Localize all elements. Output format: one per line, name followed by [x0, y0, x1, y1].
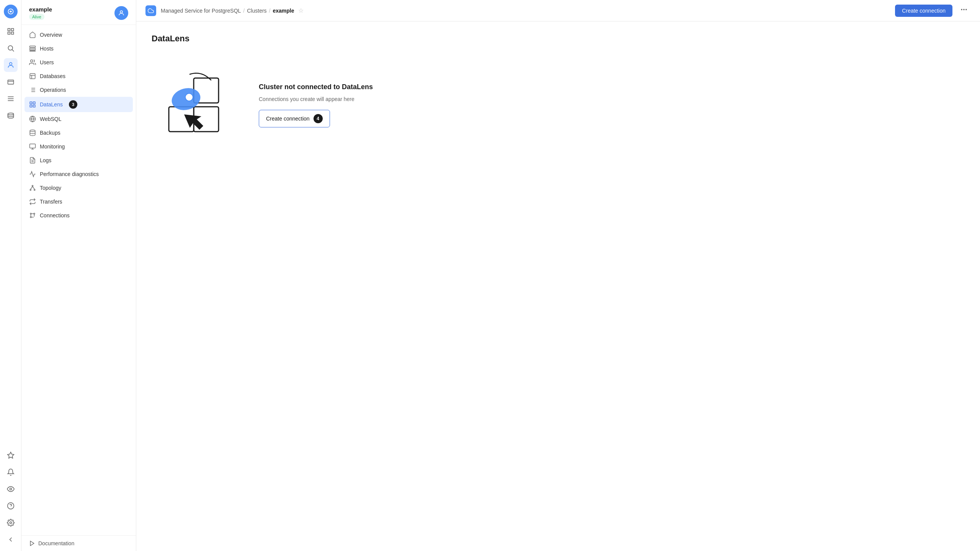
top-bar: Managed Service for PostgreSQL / Cluster…	[136, 0, 980, 21]
svg-rect-20	[30, 48, 36, 50]
sidebar-item-datalens[interactable]: DataLens 3	[24, 97, 133, 112]
nav-collapse-icon[interactable]	[4, 533, 18, 546]
main-area: Managed Service for PostgreSQL / Cluster…	[136, 0, 980, 551]
svg-point-58	[963, 9, 964, 10]
svg-point-44	[32, 185, 33, 186]
sidebar-item-monitoring-label: Monitoring	[40, 143, 65, 150]
nav-layers-icon[interactable]	[4, 75, 18, 89]
svg-rect-35	[33, 105, 35, 107]
svg-rect-8	[8, 80, 13, 84]
sidebar-item-logs-label: Logs	[40, 157, 51, 163]
datalens-badge: 3	[69, 100, 77, 109]
sidebar-item-logs[interactable]: Logs	[21, 153, 136, 167]
sidebar-item-monitoring[interactable]: Monitoring	[21, 140, 136, 153]
topbar-more-button[interactable]	[957, 4, 971, 17]
svg-rect-33	[33, 102, 35, 104]
svg-rect-19	[30, 46, 36, 47]
create-connection-button-label: Create connection	[266, 116, 310, 122]
create-connection-badge: 4	[314, 114, 323, 123]
sidebar-item-connections-label: Connections	[40, 212, 70, 218]
svg-rect-34	[30, 105, 32, 107]
page-title: DataLens	[152, 34, 965, 44]
svg-rect-21	[30, 51, 36, 51]
sidebar-item-topology[interactable]: Topology	[21, 181, 136, 195]
cluster-status-badge: Alive	[29, 14, 44, 20]
svg-marker-56	[30, 541, 34, 546]
sidebar-documentation-label: Documentation	[38, 540, 74, 546]
sidebar-item-performance-label: Performance diagnostics	[40, 171, 99, 177]
svg-rect-3	[8, 32, 10, 34]
breadcrumb-current: example	[273, 8, 294, 14]
create-connection-button[interactable]: Create connection 4	[259, 110, 330, 127]
nav-bell-icon[interactable]	[4, 465, 18, 479]
content-area: DataLens	[136, 21, 980, 551]
svg-point-14	[10, 488, 11, 490]
svg-point-51	[30, 217, 31, 218]
nav-storage-icon[interactable]	[4, 109, 18, 122]
sidebar-header: example Alive	[21, 0, 136, 25]
sidebar-nav: Overview Hosts Users Databases Operation…	[21, 25, 136, 535]
breadcrumb-service[interactable]: Managed Service for PostgreSQL	[161, 8, 241, 14]
breadcrumb-star-icon[interactable]: ☆	[298, 7, 304, 14]
empty-state-illustration	[152, 67, 236, 143]
svg-rect-32	[30, 102, 32, 104]
avatar[interactable]	[114, 6, 128, 20]
svg-point-46	[34, 189, 35, 191]
topbar-create-connection-button[interactable]: Create connection	[895, 5, 952, 17]
sidebar-item-websql[interactable]: WebSQL	[21, 112, 136, 126]
svg-point-18	[120, 11, 122, 13]
sidebar-item-operations-label: Operations	[40, 87, 66, 93]
svg-point-50	[34, 213, 35, 214]
sidebar-item-transfers-label: Transfers	[40, 199, 62, 205]
sidebar-item-topology-label: Topology	[40, 185, 61, 191]
svg-rect-61	[194, 107, 219, 132]
nav-list-icon[interactable]	[4, 92, 18, 106]
svg-point-65	[185, 93, 193, 101]
service-icon	[145, 5, 156, 16]
sidebar-item-users[interactable]: Users	[21, 55, 136, 69]
nav-star-icon[interactable]	[4, 448, 18, 462]
sidebar-item-overview[interactable]: Overview	[21, 28, 136, 42]
breadcrumb-clusters[interactable]: Clusters	[247, 8, 266, 14]
sidebar-item-datalens-label: DataLens	[40, 101, 63, 108]
svg-rect-4	[11, 32, 13, 34]
sidebar-item-overview-label: Overview	[40, 32, 62, 38]
empty-state-title: Cluster not connected to DataLens	[259, 82, 373, 92]
icon-bar	[0, 0, 21, 551]
breadcrumb-sep-1: /	[243, 8, 245, 14]
sidebar: example Alive Overview Hosts Users Datab…	[21, 0, 136, 551]
breadcrumb: Managed Service for PostgreSQL / Cluster…	[161, 7, 304, 14]
sidebar-item-transfers[interactable]: Transfers	[21, 195, 136, 209]
sidebar-item-connections[interactable]: Connections	[21, 209, 136, 222]
sidebar-item-operations[interactable]: Operations	[21, 83, 136, 97]
svg-line-6	[12, 50, 14, 52]
app-logo[interactable]	[4, 5, 18, 18]
svg-point-12	[8, 113, 13, 115]
nav-eye-icon[interactable]	[4, 482, 18, 496]
svg-rect-23	[30, 73, 35, 79]
breadcrumb-sep-2: /	[269, 8, 271, 14]
nav-settings-icon[interactable]	[4, 516, 18, 530]
sidebar-item-performance[interactable]: Performance diagnostics	[21, 167, 136, 181]
cluster-name: example	[29, 6, 52, 13]
nav-grid-icon[interactable]	[4, 24, 18, 38]
svg-point-22	[31, 60, 33, 62]
svg-point-5	[8, 46, 13, 50]
nav-person-icon[interactable]	[4, 58, 18, 72]
sidebar-item-databases-label: Databases	[40, 73, 65, 79]
sidebar-item-backups-label: Backups	[40, 130, 60, 136]
sidebar-item-hosts[interactable]: Hosts	[21, 42, 136, 55]
svg-point-17	[10, 522, 11, 524]
sidebar-item-databases[interactable]: Databases	[21, 69, 136, 83]
svg-point-7	[9, 62, 12, 65]
empty-state-text: Cluster not connected to DataLens Connec…	[259, 82, 373, 127]
svg-line-47	[31, 186, 33, 189]
sidebar-documentation[interactable]: Documentation	[21, 535, 136, 551]
nav-search-icon[interactable]	[4, 41, 18, 55]
svg-rect-39	[30, 144, 36, 148]
sidebar-item-backups[interactable]: Backups	[21, 126, 136, 140]
svg-point-57	[961, 9, 962, 10]
nav-help-icon[interactable]	[4, 499, 18, 513]
svg-point-59	[965, 9, 967, 10]
svg-point-49	[30, 213, 31, 214]
